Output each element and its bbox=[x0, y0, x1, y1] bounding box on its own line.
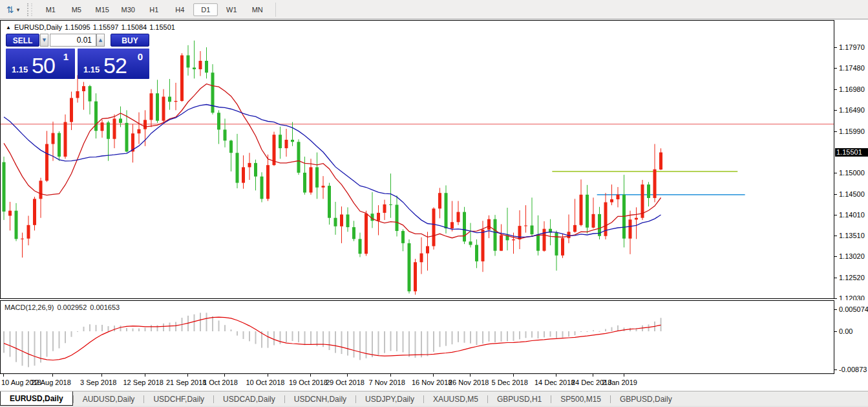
price-axis[interactable]: 1.179701.174801.169801.164901.159901.150… bbox=[834, 20, 868, 299]
macd-histogram-bar bbox=[34, 331, 36, 366]
macd-indicator-window[interactable]: MACD(12,26,9)0.0029520.001653 bbox=[0, 300, 834, 374]
candle-body bbox=[21, 239, 24, 239]
macd-histogram-bar bbox=[556, 331, 557, 338]
macd-histogram-bar bbox=[464, 331, 465, 343]
macd-histogram-bar bbox=[298, 331, 299, 342]
candle-body bbox=[242, 167, 245, 182]
date-tick-label: 10 Oct 2018 bbox=[246, 379, 285, 386]
timeframe-button-h1[interactable]: H1 bbox=[142, 3, 166, 16]
timeframe-button-m30[interactable]: M30 bbox=[116, 3, 140, 16]
macd-tick-mark bbox=[834, 331, 837, 332]
sell-price-panel[interactable]: 1.15 50 1 bbox=[6, 49, 75, 79]
price-tick-mark bbox=[834, 47, 837, 48]
timeframe-button-h4[interactable]: H4 bbox=[167, 3, 192, 16]
date-tick-mark bbox=[390, 374, 391, 377]
arrange-charts-button[interactable]: ⇅ ▾ bbox=[6, 5, 19, 14]
candle-body bbox=[113, 118, 116, 138]
timeframe-button-w1[interactable]: W1 bbox=[219, 3, 244, 16]
chart-tab-eurusd-daily[interactable]: EURUSD,Daily bbox=[0, 391, 73, 406]
macd-histogram-bar bbox=[237, 331, 238, 336]
macd-histogram-bar bbox=[415, 331, 416, 358]
price-tick-label: 1.17970 bbox=[839, 43, 865, 51]
candle-body bbox=[365, 214, 368, 254]
price-tick-mark bbox=[834, 68, 837, 69]
date-tick-mark bbox=[624, 374, 624, 377]
date-tick-label: 7 Nov 2018 bbox=[369, 379, 405, 386]
macd-axis[interactable]: 0.0050740.00-0.00873 bbox=[834, 300, 868, 374]
chart-tab-xauusd-m5[interactable]: XAUUSD,M5 bbox=[424, 391, 487, 406]
macd-histogram-bar bbox=[16, 331, 17, 362]
chart-tab-usdcnh-daily[interactable]: USDCNH,Daily bbox=[285, 391, 355, 406]
macd-histogram-bar bbox=[273, 331, 275, 345]
macd-signal-value: 0.001653 bbox=[90, 303, 120, 311]
price-tick-label: 1.15000 bbox=[839, 169, 865, 177]
candle-body bbox=[229, 140, 233, 153]
chart-tab-sp500-m15[interactable]: SP500,M15 bbox=[551, 391, 610, 406]
date-tick-mark bbox=[310, 374, 311, 377]
candle-body bbox=[334, 218, 337, 226]
candle-body bbox=[635, 218, 638, 220]
candle-body bbox=[138, 129, 141, 134]
time-axis[interactable]: 10 Aug 201822 Aug 20183 Sep 201812 Sep 2… bbox=[0, 374, 868, 391]
chart-tab-gbpusd-h1[interactable]: GBPUSD,H1 bbox=[488, 391, 551, 406]
candle-body bbox=[457, 212, 460, 223]
candle-body bbox=[629, 219, 632, 238]
candle-body bbox=[610, 199, 613, 203]
macd-histogram-bar bbox=[83, 327, 85, 331]
volume-increase-button[interactable]: ▲ bbox=[96, 34, 105, 47]
macd-histogram-bar bbox=[593, 330, 594, 331]
timeframe-button-m1[interactable]: M1 bbox=[38, 3, 63, 16]
timeframe-button-d1[interactable]: D1 bbox=[193, 3, 218, 16]
date-tick-label: 19 Oct 2018 bbox=[289, 379, 328, 386]
chart-tab-usdchf-daily[interactable]: USDCHF,Daily bbox=[144, 391, 213, 406]
candle-body bbox=[322, 186, 325, 188]
macd-histogram-bar bbox=[206, 313, 207, 331]
macd-histogram-bar bbox=[575, 331, 576, 335]
macd-signal-line bbox=[4, 317, 661, 360]
candle-body bbox=[217, 113, 220, 129]
candle-body bbox=[143, 120, 147, 129]
date-tick-label: 1 Oct 2018 bbox=[203, 379, 238, 386]
candle-body bbox=[211, 72, 215, 113]
timeframe-button-mn[interactable]: MN bbox=[245, 3, 270, 16]
toolbar-drag-handle[interactable] bbox=[27, 3, 32, 16]
fast-ma-line bbox=[4, 84, 661, 239]
candle-body bbox=[89, 86, 92, 101]
chart-tab-audusd-daily[interactable]: AUDUSD,Daily bbox=[74, 391, 144, 406]
candle-body bbox=[647, 184, 650, 198]
timeframe-button-m5[interactable]: M5 bbox=[64, 3, 89, 16]
chart-tab-gbpusd-daily[interactable]: GBPUSD,Daily bbox=[611, 391, 681, 406]
candle-body bbox=[617, 195, 620, 199]
chart-tab-usdjpy-daily[interactable]: USDJPY,Daily bbox=[356, 391, 423, 406]
candle-body bbox=[45, 144, 48, 181]
volume-field[interactable]: 0.01 bbox=[50, 34, 96, 47]
buy-price-small: 1.15 bbox=[83, 65, 100, 74]
timeframe-button-m15[interactable]: M15 bbox=[90, 3, 114, 16]
collapse-icon[interactable]: ▲ bbox=[6, 25, 11, 30]
candle-body bbox=[82, 86, 85, 91]
date-tick-label: 29 Oct 2018 bbox=[326, 379, 365, 386]
macd-histogram-bar bbox=[378, 331, 379, 355]
volume-decrease-button[interactable]: ▼ bbox=[40, 34, 48, 47]
sell-button[interactable]: SELL bbox=[6, 34, 39, 47]
candle-body bbox=[162, 96, 165, 120]
buy-price-panel[interactable]: 1.15 52 0 bbox=[78, 49, 149, 79]
ohlc-open: 1.15095 bbox=[65, 23, 90, 31]
macd-histogram-bar bbox=[519, 331, 520, 339]
macd-histogram-bar bbox=[476, 331, 478, 345]
macd-chart[interactable] bbox=[1, 301, 834, 373]
date-tick-label: 2 Jan 2019 bbox=[602, 379, 637, 386]
chart-tab-usdcad-daily[interactable]: USDCAD,Daily bbox=[214, 391, 284, 406]
candle-body bbox=[107, 122, 110, 138]
macd-histogram-bar bbox=[421, 331, 422, 357]
candle-body bbox=[396, 204, 399, 230]
macd-histogram-bar bbox=[151, 325, 152, 331]
macd-histogram-bar bbox=[617, 325, 619, 331]
price-tick-mark bbox=[834, 256, 837, 257]
buy-button[interactable]: BUY bbox=[111, 34, 149, 47]
macd-histogram-bar bbox=[243, 331, 244, 339]
macd-histogram-bar bbox=[470, 331, 471, 344]
price-tick-label: 1.13510 bbox=[839, 232, 865, 239]
price-chart-window[interactable]: ▲EURUSD,Daily1.150951.155971.150841.1550… bbox=[0, 20, 834, 299]
date-tick-mark bbox=[3, 374, 4, 377]
